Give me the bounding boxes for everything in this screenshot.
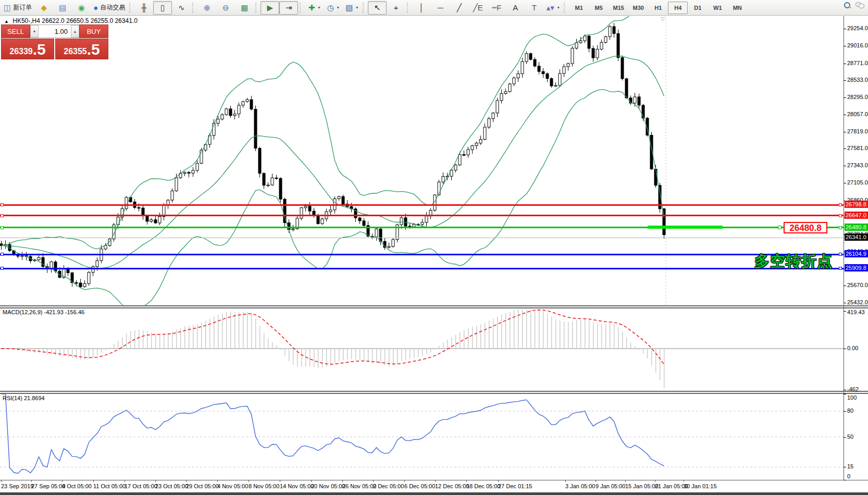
text-label-button[interactable]: T [525, 1, 543, 15]
line-chart-button[interactable]: ∿ [172, 1, 191, 15]
data-window-icon: ▤ [59, 4, 66, 11]
support-line-2[interactable] [0, 268, 844, 269]
new-order-icon: ◫ [4, 4, 11, 11]
dropdown-caret-icon[interactable]: ▾ [557, 5, 560, 10]
toolbar-separator [255, 3, 258, 13]
pivot-annotation-text[interactable]: 多空转折点 [754, 251, 833, 272]
timeframe-w1-button[interactable]: W1 [708, 2, 727, 14]
equidistant-channel-button[interactable]: ╱E [468, 1, 487, 15]
timeframe-d1-button[interactable]: D1 [688, 2, 708, 14]
resistance-line-2-left-marker[interactable] [1, 214, 4, 217]
price-tick-label: 28771.0 [847, 60, 868, 66]
zoom-out-button[interactable]: ⊖ [216, 1, 235, 15]
buy-button[interactable]: BUY [79, 24, 108, 38]
timeframe-m1-button[interactable]: M1 [569, 2, 589, 14]
templates-icon: ▧ [345, 4, 353, 11]
arrows-button[interactable]: ▴▾▾ [543, 1, 562, 15]
time-axis-label: 2 Dec 05:00 [373, 483, 404, 489]
community-chat-icon[interactable] [855, 2, 864, 8]
bar-chart-button[interactable]: ╫ [134, 1, 153, 15]
current-price-badge: 26341.0 [845, 233, 868, 241]
macd-tick [844, 390, 846, 390]
timeframe-m5-button[interactable]: M5 [589, 2, 609, 14]
zoom-in-button[interactable]: ⊕ [197, 1, 216, 15]
time-axis-label: 17 Oct 05:00 [125, 483, 157, 489]
pivot-line-right-marker[interactable] [839, 226, 842, 229]
candlestick-button[interactable]: ▯ [153, 1, 172, 15]
text-button[interactable]: A [506, 1, 525, 15]
time-axis-label: 9 Jan 05:00 [596, 483, 626, 489]
macd-pane[interactable] [0, 308, 844, 391]
timeframe-h1-button[interactable]: H1 [648, 2, 668, 14]
price-tick-label: 27581.0 [847, 145, 868, 151]
tile-windows-button[interactable]: ▦ [235, 1, 254, 15]
resistance-line-1-right-marker[interactable] [839, 203, 842, 206]
collapse-triangle-icon[interactable]: ▲ [4, 19, 9, 24]
toolbar-right-icons [844, 2, 864, 8]
macd-tick [844, 349, 846, 349]
zoom-in-icon: ⊕ [204, 4, 210, 11]
market-watch-button[interactable]: ◆ [34, 1, 53, 15]
equidistant-channel-icon: ╱E [473, 4, 483, 11]
tile-windows-icon: ▦ [241, 4, 248, 11]
support-line-2-left-marker[interactable] [1, 267, 4, 270]
pivot-price-callout[interactable]: 26480.8 [784, 222, 827, 233]
crosshair-button[interactable]: + [387, 1, 405, 15]
autotrading-button[interactable]: ●自动交易 [91, 1, 128, 15]
periods-icon: ◷ [327, 4, 334, 11]
volume-input[interactable]: 1.00 [39, 25, 71, 38]
resistance-line-1[interactable] [0, 204, 844, 206]
resistance-line-2-right-marker[interactable] [839, 214, 842, 217]
support-line-1-left-marker[interactable] [1, 253, 4, 256]
resistance-line-1-left-marker[interactable] [1, 203, 4, 206]
pivot-highlight-endpoint-marker[interactable] [778, 226, 782, 229]
volume-increase-button[interactable]: ▲ [71, 25, 79, 38]
timeframe-m30-button[interactable]: M30 [628, 2, 648, 14]
cursor-button[interactable]: ↖ [368, 1, 387, 15]
chart-shift-button[interactable]: ⇥ [279, 1, 298, 15]
time-tick [93, 480, 94, 482]
vertical-line-button[interactable]: │ [412, 1, 431, 15]
search-icon[interactable] [844, 2, 850, 8]
support-line-1-right-marker[interactable] [839, 253, 842, 256]
rsi-pane[interactable] [0, 394, 844, 480]
dropdown-caret-icon[interactable]: ▾ [356, 5, 358, 10]
pivot-highlight-bar[interactable] [648, 226, 723, 229]
time-tick [466, 480, 467, 482]
periods-button[interactable]: ◷▾ [324, 1, 342, 15]
support-line-2-price-badge: 25909.8 [845, 264, 868, 271]
new-order-button[interactable]: ◫新订单 [1, 1, 34, 15]
pane-separator[interactable] [0, 391, 868, 394]
fibonacci-button[interactable]: ┉F [487, 1, 506, 15]
auto-scroll-button[interactable]: ▶ [261, 1, 279, 15]
chart-shift-marker-icon[interactable]: ▽ [661, 16, 665, 22]
indicators-button[interactable]: ✚▾ [305, 1, 324, 15]
macd-scale-label: 0.00 [847, 345, 858, 351]
sell-price[interactable]: 26339.5 [1, 39, 54, 59]
price-chart-pane[interactable] [0, 16, 844, 305]
macd-indicator-label: MACD(12,26,9) -421.93 -156.46 [3, 309, 84, 315]
price-tick [844, 183, 846, 183]
navigator-button[interactable]: ◉ [72, 1, 91, 15]
sell-button[interactable]: SELL [1, 24, 30, 38]
trendline-button[interactable]: ╱ [450, 1, 468, 15]
chart-shift-icon: ⇥ [286, 4, 292, 11]
arrows-icon: ▴▾ [547, 4, 554, 11]
timeframe-m15-button[interactable]: M15 [609, 2, 628, 14]
dropdown-caret-icon[interactable]: ▾ [318, 5, 320, 10]
timeframe-h4-button[interactable]: H4 [668, 2, 688, 14]
support-line-2-right-marker[interactable] [839, 267, 842, 270]
buy-price[interactable]: 26355.5 [55, 39, 108, 59]
current-price-line [0, 238, 844, 238]
horizontal-line-button[interactable]: ─ [431, 1, 450, 15]
data-window-button[interactable]: ▤ [53, 1, 72, 15]
support-line-1[interactable] [0, 254, 844, 255]
pivot-line-left-marker[interactable] [1, 226, 4, 229]
price-tick-label: 28295.0 [847, 94, 868, 100]
volume-decrease-button[interactable]: ▼ [30, 25, 39, 38]
resistance-line-2[interactable] [0, 215, 844, 216]
templates-button[interactable]: ▧▾ [342, 1, 361, 15]
dropdown-caret-icon[interactable]: ▾ [337, 5, 339, 10]
pane-separator[interactable] [0, 305, 868, 308]
timeframe-mn-button[interactable]: MN [727, 2, 747, 14]
